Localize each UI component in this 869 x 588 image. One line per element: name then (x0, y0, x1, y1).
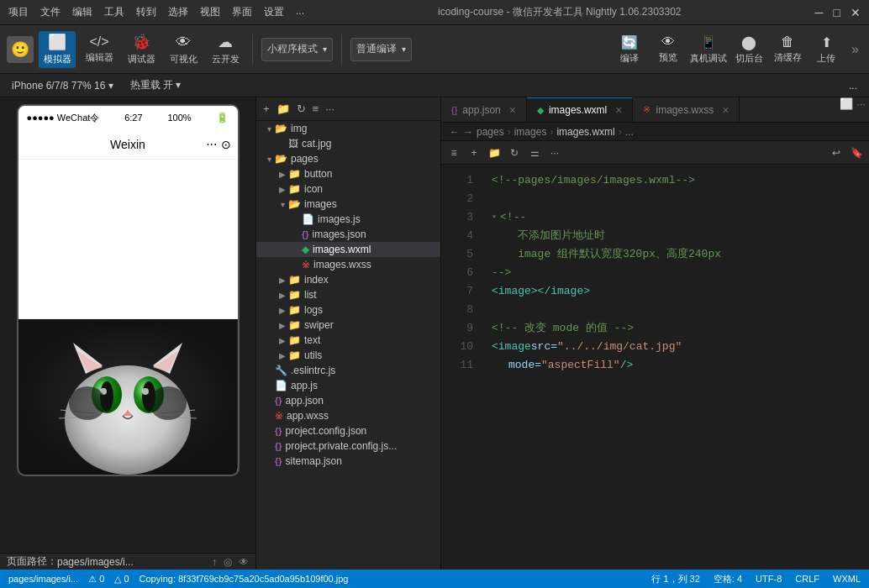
file-tree-item-icon[interactable]: ▶📁icon (256, 181, 440, 197)
file-tree-item-img[interactable]: ▾📂img (256, 121, 440, 136)
split-view-icon[interactable]: ⚌ (525, 144, 544, 162)
compile-dropdown[interactable]: 普通编译 ▾ (350, 38, 412, 61)
code-line[interactable]: 不添加图片地址时 (492, 227, 869, 245)
debugger-button[interactable]: 🐞 调试器 (123, 31, 160, 68)
clear-button[interactable]: 🗑 清缓存 (771, 31, 804, 68)
iphone-selector[interactable]: iPhone 6/7/8 77% 16 ▾ (7, 78, 118, 93)
breadcrumb-images[interactable]: images (514, 126, 547, 138)
code-line[interactable]: <!-- 改变 mode 的值 --> (492, 319, 869, 338)
hotreload-toggle[interactable]: 热重载 开 ▾ (125, 76, 187, 94)
menu-tools[interactable]: 工具 (104, 5, 124, 19)
file-tree-item-app.json[interactable]: {}app.json (256, 393, 440, 408)
maximize-button[interactable]: □ (834, 6, 840, 19)
breadcrumb-nav-icon[interactable]: ← (450, 126, 460, 138)
statusbar-spaces[interactable]: 空格: 4 (714, 573, 742, 585)
menu-interface[interactable]: 界面 (232, 5, 252, 19)
file-tree-item-button[interactable]: ▶📁button (256, 166, 440, 181)
statusbar-lang[interactable]: WXML (833, 574, 861, 584)
visual-button[interactable]: 👁 可视化 (165, 31, 202, 68)
file-tree-item-sitemap.json[interactable]: {}sitemap.json (256, 454, 440, 469)
phone-dots-icon[interactable]: ··· (206, 137, 217, 152)
page-refresh-icon[interactable]: ◎ (224, 556, 232, 568)
file-tree-item-.eslintrc.js[interactable]: 🔧.eslintrc.js (256, 363, 440, 378)
code-line[interactable]: <!--pages/images/images.wxml--> (492, 171, 869, 190)
minimize-button[interactable]: ─ (815, 6, 824, 19)
statusbar-encoding[interactable]: UTF-8 (756, 574, 782, 584)
menu-goto[interactable]: 转到 (136, 5, 156, 19)
statusbar-line-col[interactable]: 行 1，列 32 (651, 573, 699, 585)
code-line[interactable]: --> (492, 264, 869, 282)
code-line[interactable] (492, 301, 869, 319)
editor-more-button[interactable]: ··· (856, 97, 866, 122)
code-content[interactable]: <!--pages/images/images.wxml-->▾<!-- 不添加… (483, 165, 869, 570)
simulator-button[interactable]: ⬜ 模拟器 (39, 31, 76, 68)
menu-project[interactable]: 项目 (8, 5, 29, 19)
menu-file[interactable]: 文件 (40, 5, 61, 19)
file-tree-item-images.wxss[interactable]: ※images.wxss (256, 257, 440, 272)
secondary-more[interactable]: ... (844, 78, 862, 93)
breadcrumb-pages[interactable]: pages (477, 126, 504, 138)
preview-button[interactable]: 👁 预览 (651, 31, 685, 68)
tab-images-wxss-close[interactable]: × (722, 103, 729, 117)
add-icon[interactable]: + (465, 144, 483, 162)
menu-select[interactable]: 选择 (168, 5, 188, 19)
format-icon[interactable]: ≡ (445, 144, 463, 162)
file-tree-item-index[interactable]: ▶📁index (256, 272, 440, 287)
new-folder-icon[interactable]: 📁 (276, 102, 290, 115)
more-icon[interactable]: ··· (325, 102, 334, 115)
tab-images-wxml-close[interactable]: × (615, 103, 622, 117)
statusbar-warning[interactable]: ⚠ 0 (88, 574, 104, 585)
file-tree-item-images.js[interactable]: 📄images.js (256, 212, 440, 227)
menu-more[interactable]: ... (296, 5, 304, 19)
file-tree-item-text[interactable]: ▶📁text (256, 333, 440, 348)
breadcrumb-forward-icon[interactable]: → (463, 126, 473, 138)
real-debug-button[interactable]: 📱 真机调试 (690, 31, 727, 68)
statusbar-error[interactable]: △ 0 (114, 574, 129, 585)
file-tree-item-list[interactable]: ▶📁list (256, 287, 440, 302)
code-line[interactable]: image 组件默认宽度320px、高度240px (492, 245, 869, 264)
refresh-editor-icon[interactable]: ↻ (505, 144, 524, 162)
file-tree-item-app.js[interactable]: 📄app.js (256, 378, 440, 393)
menu-edit[interactable]: 编辑 (72, 5, 92, 19)
refresh-icon[interactable]: ↻ (297, 102, 306, 115)
close-button[interactable]: ✕ (851, 6, 861, 19)
menu-view[interactable]: 视图 (200, 5, 220, 19)
code-line[interactable]: <image></image> (492, 282, 869, 301)
compile-button[interactable]: 🔄 编译 (613, 31, 646, 68)
tab-app-json[interactable]: {} app.json × (441, 97, 527, 122)
breadcrumb-ellipsis[interactable]: ... (625, 126, 634, 138)
file-tree-item-logs[interactable]: ▶📁logs (256, 302, 440, 318)
wrap-icon[interactable]: ↩ (827, 144, 845, 162)
user-avatar[interactable]: 🙂 (7, 36, 34, 63)
upload-button[interactable]: ⬆ 上传 (809, 31, 843, 68)
cloud-button[interactable]: ☁ 云开发 (207, 31, 244, 68)
file-tree-item-project.config.json[interactable]: {}project.config.json (256, 423, 440, 438)
code-line[interactable] (492, 190, 869, 208)
toolbar-more-button[interactable]: » (848, 42, 862, 57)
editor-more-icon[interactable]: ··· (545, 144, 564, 162)
file-tree-item-images[interactable]: ▾📂images (256, 197, 440, 212)
breadcrumb-current[interactable]: images.wxml (556, 126, 614, 138)
statusbar-path[interactable]: pages/images/i... (8, 574, 78, 584)
file-tree-item-project.private.config.js[interactable]: {}project.private.config.js... (256, 438, 440, 454)
file-tree-item-pages[interactable]: ▾📂pages (256, 151, 440, 166)
tab-images-wxml[interactable]: ◆ images.wxml × (527, 97, 634, 122)
statusbar-line-ending[interactable]: CRLF (795, 574, 819, 584)
phone-close-icon[interactable]: ⊙ (221, 138, 231, 151)
new-file-icon[interactable]: + (263, 102, 270, 115)
file-tree-item-images.json[interactable]: {}images.json (256, 227, 440, 242)
file-tree-item-cat.jpg[interactable]: 🖼cat.jpg (256, 136, 440, 151)
folder-add-icon[interactable]: 📁 (485, 144, 503, 162)
code-line[interactable]: <image src="../../img/cat.jpg" (492, 338, 869, 356)
backend-button[interactable]: ⬤ 切后台 (732, 31, 766, 68)
page-eye-icon[interactable]: 👁 (239, 556, 249, 568)
code-line[interactable]: ▾<!-- (492, 208, 869, 227)
file-tree-item-app.wxss[interactable]: ※app.wxss (256, 408, 440, 423)
editor-button[interactable]: </> 编辑器 (81, 31, 118, 68)
tab-images-wxss[interactable]: ※ images.wxss × (633, 97, 740, 122)
collapse-icon[interactable]: ≡ (313, 102, 319, 115)
file-tree-item-images.wxml[interactable]: ◆images.wxml (256, 242, 440, 257)
bookmark-icon[interactable]: 🔖 (847, 144, 866, 162)
menu-settings[interactable]: 设置 (264, 5, 284, 19)
page-up-icon[interactable]: ↑ (212, 556, 217, 568)
